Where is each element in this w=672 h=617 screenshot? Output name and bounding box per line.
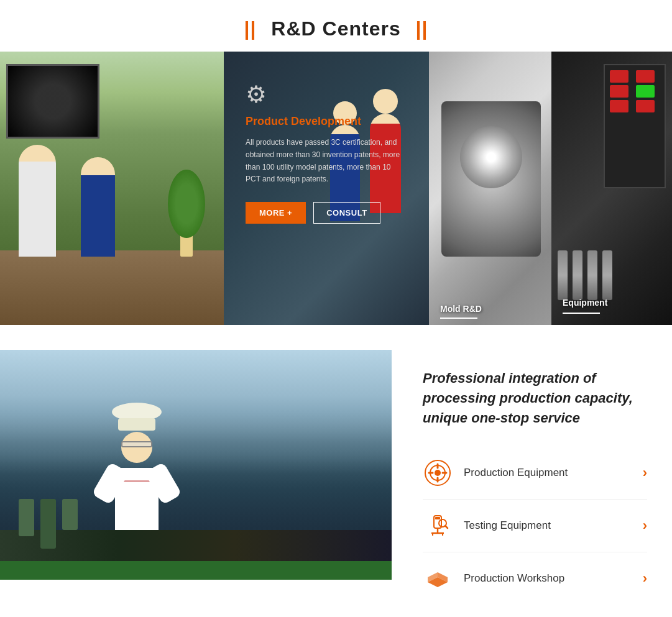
- section-title: || R&D Centers ||: [244, 17, 428, 40]
- panel-product-dev: ⚙ Product Development All products have …: [224, 52, 429, 325]
- product-dev-text: All products have passed 3C certificatio…: [246, 137, 407, 186]
- testing-equipment-icon: [423, 511, 453, 541]
- service-item-production-workshop[interactable]: Production Workshop ›: [423, 552, 647, 605]
- more-button[interactable]: MORE +: [246, 202, 306, 224]
- action-buttons: MORE + CONSULT: [246, 202, 407, 224]
- section2-right: Professional integration of processing p…: [392, 350, 672, 617]
- left-bar-icon: ||: [244, 17, 257, 40]
- production-workshop-icon: [423, 564, 453, 593]
- production-equipment-icon: [423, 458, 453, 488]
- service-item-testing-equipment[interactable]: Testing Equipment ›: [423, 500, 647, 552]
- testing-equipment-arrow: ›: [643, 518, 647, 534]
- gear-icon: ⚙: [246, 83, 407, 106]
- tagline: Professional integration of processing p…: [423, 368, 647, 428]
- mold-label: Mold R&D: [440, 304, 482, 314]
- section2: Professional integration of processing p…: [0, 350, 672, 617]
- service-item-production-equipment[interactable]: Production Equipment ›: [423, 447, 647, 500]
- collage: ⚙ Product Development All products have …: [0, 52, 672, 325]
- equipment-label: Equipment: [563, 298, 607, 308]
- svg-point-2: [435, 470, 441, 476]
- testing-equipment-label: Testing Equipment: [464, 519, 632, 532]
- panel-equipment: Equipment: [551, 52, 672, 325]
- production-equipment-arrow: ›: [643, 465, 647, 481]
- svg-line-10: [445, 526, 448, 528]
- svg-rect-4: [435, 517, 440, 519]
- product-dev-title: Product Development: [246, 115, 407, 128]
- consult-button[interactable]: CONSULT: [313, 202, 380, 224]
- production-equipment-label: Production Equipment: [464, 467, 632, 479]
- page-title: R&D Centers: [271, 17, 400, 40]
- production-workshop-arrow: ›: [643, 570, 647, 587]
- production-workshop-label: Production Workshop: [464, 572, 632, 585]
- panel-mold-rd: Mold R&D: [429, 52, 551, 325]
- right-bar-icon: ||: [416, 17, 428, 40]
- workshop-image: [0, 350, 392, 580]
- panel-meeting: [0, 52, 224, 325]
